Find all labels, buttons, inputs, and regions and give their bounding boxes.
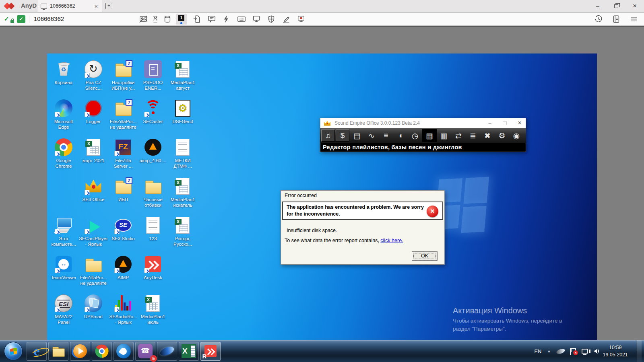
chat-icon[interactable]	[207, 15, 216, 23]
click-here-link[interactable]: click here.	[380, 238, 403, 243]
tray-expand-arrow-icon[interactable]: ▲	[547, 349, 551, 353]
dollar-icon[interactable]: $	[336, 130, 349, 142]
host-explorer-button[interactable]	[48, 342, 68, 361]
window-minimize-button[interactable]: –	[588, 0, 607, 12]
permissions-shield-icon[interactable]	[267, 15, 276, 23]
scheduler-clock-icon[interactable]: ◷	[408, 129, 422, 142]
music-note-icon[interactable]: ♫	[321, 130, 335, 142]
host-lens-app-button[interactable]	[157, 342, 177, 361]
desktop-icon-secastplayer[interactable]: SECastPlayer - Ярлык	[78, 215, 108, 254]
thunderbird-icon	[116, 344, 131, 358]
eye-icon[interactable]: ◉	[509, 129, 524, 142]
session-tab[interactable]: 106666362 ×	[37, 0, 102, 12]
monitor-select-button[interactable]: 1	[176, 14, 187, 25]
empty-cell	[49, 176, 78, 215]
se-minimize-button[interactable]: –	[484, 120, 496, 126]
log-book-icon[interactable]: ▥	[437, 129, 451, 142]
se-close-button[interactable]: ×	[514, 119, 526, 127]
desktop-icon-seaudiorouter[interactable]: SEAudioRo... - Ярлык	[108, 293, 138, 332]
desktop-icon-aimp[interactable]: AIMP	[108, 254, 138, 293]
database-icon[interactable]	[163, 15, 172, 23]
transfer-arrows-icon[interactable]: ⇄	[451, 129, 466, 142]
desktop-icon-se3-studio[interactable]: SESE3 Studio	[108, 215, 138, 254]
recycle-bin-icon: ♻	[55, 60, 72, 78]
actions-lightning-icon[interactable]	[222, 15, 231, 23]
whiteboard-pen-icon[interactable]	[282, 15, 291, 23]
lens-app-icon	[159, 345, 175, 357]
playlist-icon[interactable]: ≡	[379, 129, 393, 142]
desktop-icon-se3-office[interactable]: SE3 Office	[78, 176, 108, 215]
focus-rect	[413, 253, 436, 259]
desktop-icon-teamviewer[interactable]: ↔TeamViewer	[49, 254, 78, 293]
host-speaker-icon[interactable]	[594, 349, 597, 353]
desktop-icon-mediaplan-iskatel[interactable]: XMediaPlan1 искатель	[168, 176, 198, 215]
disable-screenshot-icon[interactable]	[139, 15, 148, 23]
host-wmp-button[interactable]	[70, 342, 90, 361]
database-icon[interactable]: ≣	[466, 129, 480, 142]
desktop-icon-aimp-installer[interactable]: aimp_4.60....	[138, 137, 168, 176]
desktop-icon-metki-dtmf[interactable]: МЕТКИ ДТМФ ...	[168, 137, 198, 176]
tab-close-icon[interactable]: ×	[93, 3, 99, 10]
action-center-flag-icon[interactable]: ×	[571, 348, 576, 352]
history-icon[interactable]	[594, 15, 603, 23]
desktop-icon-edge[interactable]: Microsoft Edge	[49, 98, 78, 137]
desktop-icon-anydesk[interactable]: AnyDesk	[138, 254, 168, 293]
desktop-icon-this-pc[interactable]: Этот компьюте...	[49, 215, 78, 254]
desktop-icon-123[interactable]: 123	[138, 215, 168, 254]
desktop-icon-settings-ups-folder[interactable]: ZНастройки ИБП(не у...	[108, 59, 138, 98]
desktop-icon-filezilla-portable-folder[interactable]: 7FileZillaPor... не удаляйте	[108, 98, 138, 137]
desktop-icon-ritorg[interactable]: XРиторг, Русско...	[168, 215, 198, 254]
error-dialog-header: The application has encountered a proble…	[282, 202, 443, 220]
satellite-icon[interactable]: ◖	[393, 129, 408, 142]
desktop-icon-maya22-panel[interactable]: ESIMAYA22 Panel	[49, 293, 78, 332]
host-start-button[interactable]	[4, 342, 23, 360]
waveform-icon[interactable]: ∿	[364, 129, 379, 142]
address-book-icon[interactable]	[612, 15, 621, 23]
se-maximize-button[interactable]	[503, 121, 507, 125]
keyboard-icon[interactable]	[237, 15, 246, 23]
desktop-icon-march-2021[interactable]: Xмарт 2021	[78, 137, 108, 176]
host-ie-button[interactable]: e	[27, 342, 47, 361]
host-excel-button[interactable]: X	[179, 342, 199, 361]
shortcut-arrow-icon	[85, 307, 90, 312]
host-language-indicator[interactable]: EN	[534, 348, 541, 354]
desktop-icon-logger[interactable]: Logger	[78, 98, 108, 137]
settings-gear-icon[interactable]: ⚙	[495, 129, 509, 142]
grid-icon[interactable]: ▦	[422, 129, 437, 142]
desktop-icon-chrome[interactable]: Google Chrome	[49, 137, 78, 176]
file-transfer-icon[interactable]	[192, 15, 201, 23]
shortcut-arrow-icon	[85, 229, 90, 234]
menu-hamburger-icon[interactable]	[630, 15, 638, 23]
desktop-icon-dsfgen3[interactable]: ⚙DSFGen3	[168, 98, 198, 137]
host-chrome-button[interactable]	[92, 342, 112, 361]
desktop-icon-ups-folder[interactable]: ZИБП	[108, 176, 138, 215]
record-session-icon[interactable]	[297, 15, 305, 23]
host-viber-button[interactable]: ☎5	[135, 342, 155, 361]
desktop-icon-upsmart[interactable]: UPSmart	[78, 293, 108, 332]
host-network-icon[interactable]	[582, 349, 588, 354]
desktop-icon-secaster[interactable]: SECaster	[138, 98, 168, 137]
desktop-icon-mediaplan-august[interactable]: XMediaPlan1 август	[168, 59, 198, 98]
new-session-tab-button[interactable]: +	[105, 3, 112, 9]
window-restore-button[interactable]	[607, 0, 625, 12]
desktop-icon-pseudo-ener[interactable]: PSEUDO ENER...	[138, 59, 168, 98]
desktop-icon-filezilla-portable-folder2[interactable]: FileZillaPor... не удаляйте	[78, 254, 108, 293]
desktop-icon-filezilla-server[interactable]: FZFileZilla Server ...	[108, 137, 138, 176]
desktop-icon-recycle-bin[interactable]: ♻Корзина	[49, 59, 78, 98]
folder-icon	[85, 255, 102, 273]
remote-address[interactable]: 106666362	[34, 15, 64, 22]
window-close-button[interactable]: ×	[625, 0, 644, 12]
tray-swoosh-icon[interactable]	[556, 348, 566, 354]
document-icon[interactable]: ▤	[350, 129, 364, 142]
show-desktop-button[interactable]	[637, 340, 642, 362]
desktop-icon-mediaplan-july[interactable]: XMediaPlan1 июль	[138, 293, 168, 332]
desktop-icon-pira-cz[interactable]: ↻Pira CZ Silenc...	[78, 59, 108, 98]
ok-button[interactable]: OK	[412, 251, 438, 261]
host-thunderbird-button[interactable]	[114, 342, 134, 361]
desktop-icon-chimes-folder[interactable]: Часовые отбивки	[138, 176, 168, 215]
sound-empire-titlebar[interactable]: Sound Empire Office 3.0.0.123 Beta 2.4 –…	[320, 118, 526, 128]
tools-icon[interactable]: ✖	[480, 129, 495, 142]
hourglass-icon[interactable]	[151, 15, 160, 23]
host-clock[interactable]: 10:5919.05.2021	[603, 344, 628, 358]
display-settings-icon[interactable]	[252, 15, 261, 23]
